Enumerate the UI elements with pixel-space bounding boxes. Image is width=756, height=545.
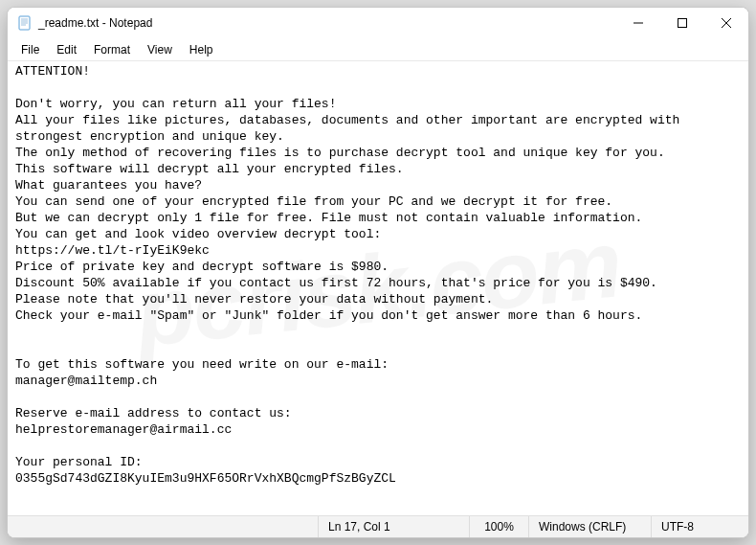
window-controls [616,8,748,37]
status-line-ending: Windows (CRLF) [528,516,651,537]
menu-edit[interactable]: Edit [49,40,84,59]
menubar: File Edit Format View Help [8,38,748,61]
statusbar: Ln 17, Col 1 100% Windows (CRLF) UTF-8 [8,515,748,537]
titlebar[interactable]: _readme.txt - Notepad [8,8,748,38]
menu-help[interactable]: Help [182,40,221,59]
status-encoding: UTF-8 [651,516,748,537]
menu-view[interactable]: View [140,40,180,59]
svg-rect-6 [678,18,687,27]
document-text: ATTENTION! Don't worry, you can return a… [15,64,687,486]
close-button[interactable] [704,8,748,37]
status-cursor-position: Ln 17, Col 1 [318,516,469,537]
menu-file[interactable]: File [13,40,47,59]
minimize-button[interactable] [616,8,660,37]
menu-format[interactable]: Format [86,40,138,59]
notepad-window: _readme.txt - Notepad File Edit Format V… [7,7,749,538]
status-zoom: 100% [469,516,528,537]
notepad-app-icon [17,15,33,31]
status-spacer [8,516,318,537]
window-title: _readme.txt - Notepad [38,16,152,30]
text-editor-area[interactable]: ATTENTION! Don't worry, you can return a… [8,61,748,515]
maximize-button[interactable] [660,8,704,37]
